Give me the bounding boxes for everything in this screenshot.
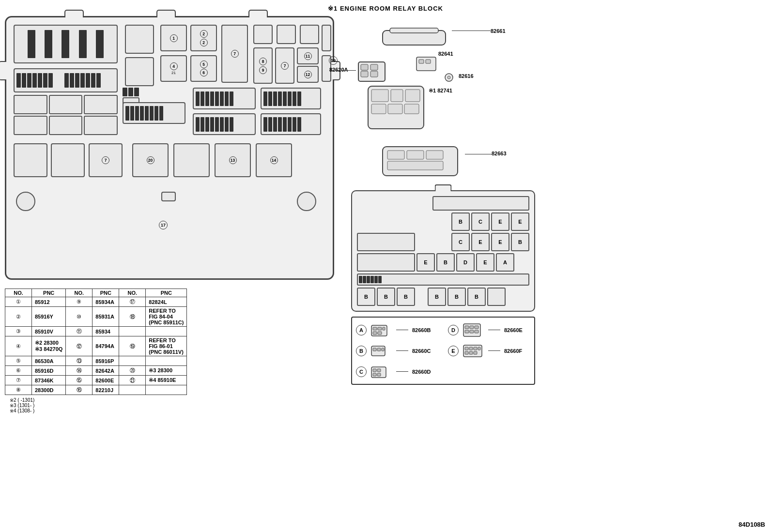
sub-slot-C2: C [451, 233, 470, 251]
sub-long-rect [432, 196, 529, 211]
svg-rect-50 [373, 369, 376, 372]
svg-rect-45 [478, 347, 480, 350]
relay-slot-small-2 [277, 25, 296, 44]
svg-rect-26 [378, 327, 382, 330]
label-82661: 82661 [491, 28, 506, 34]
table-cell-pnc: ※3 28300 [146, 366, 187, 376]
table-cell-pnc: 28300D [32, 385, 66, 395]
table-cell-no: ③ [5, 327, 32, 336]
right-fuse-strip-4 [261, 113, 321, 135]
svg-rect-28 [373, 332, 377, 334]
table-cell-no: ⑰ [119, 297, 146, 307]
note-item: ※2 ( -1301) [10, 397, 334, 403]
label-82616: 82616 [459, 73, 474, 79]
label-82741: ※1 82741 [429, 88, 452, 94]
mount-hole-center [161, 192, 176, 201]
table-cell-no: ① [5, 297, 32, 307]
table-cell-pnc [146, 385, 187, 395]
svg-rect-7 [416, 57, 436, 71]
relay-slot-7-large: 7 [221, 25, 248, 83]
svg-rect-20 [387, 151, 404, 159]
sub-slot-E5: E [416, 253, 435, 272]
bottom-box-7: 7 [89, 143, 123, 177]
svg-rect-16 [371, 104, 386, 114]
col-no2: NO. [66, 289, 93, 297]
table-cell-pnc [146, 327, 187, 336]
sub-diagram-inner: B C E E C E E B [357, 196, 529, 306]
legend-pnc-D: 82660E [504, 327, 523, 333]
part-82641: 82641 [414, 55, 443, 75]
sub-slot-D1: D [456, 253, 475, 272]
legend-pnc-C: 82660D [412, 369, 431, 375]
bottom-box-2 [51, 143, 85, 177]
svg-rect-39 [377, 348, 381, 351]
top-tab-right [248, 10, 268, 17]
svg-rect-32 [470, 326, 474, 329]
svg-rect-18 [404, 104, 419, 114]
sub-slot-E4: E [491, 233, 509, 251]
legend-grid: A 82660B [356, 321, 530, 380]
table-cell-pnc: 87346K [32, 376, 66, 385]
table-cell-pnc: 85916Y [32, 307, 66, 327]
bottom-box-20: 20 [132, 143, 169, 177]
sub-slot-B3: B [436, 253, 455, 272]
svg-rect-35 [470, 330, 474, 333]
svg-rect-44 [474, 347, 477, 350]
table-cell-no: ⑩ [66, 307, 93, 327]
legend-circle-A: A [356, 325, 367, 335]
fuse-bar-1 [28, 30, 35, 58]
svg-rect-4 [361, 71, 368, 77]
table-cell-no: ⑲ [119, 336, 146, 356]
sub-fuse-strip [357, 274, 529, 286]
mount-hole-right [297, 192, 316, 211]
connector-D-svg [463, 321, 484, 338]
part-main-block-svg [366, 84, 429, 132]
table-cell-no: ⑬ [66, 356, 93, 366]
part-82620A-svg [356, 60, 395, 86]
svg-rect-6 [370, 71, 378, 77]
svg-rect-31 [465, 326, 469, 329]
part-82616: 82616 [443, 72, 458, 85]
legend-pnc-B: 82660C [412, 348, 431, 354]
fuse-bar-4 [79, 30, 87, 58]
sub-slot-B9: B [467, 288, 486, 306]
table-row: ②85916Y⑩85931A⑱REFER TO FIG 84-04 (PNC 8… [5, 307, 187, 327]
mid-grid-left [14, 95, 118, 135]
exploded-parts-diagram: 82661 82620A [351, 16, 535, 185]
fuse-block-top-left [14, 25, 118, 63]
mount-hole-left [16, 192, 35, 211]
sub-slot-E3: E [471, 233, 490, 251]
part-82663-svg [380, 142, 463, 181]
table-cell-pnc: ※4 85910E [146, 376, 187, 385]
svg-rect-33 [475, 326, 478, 329]
svg-rect-15 [405, 90, 420, 102]
svg-rect-22 [426, 151, 443, 159]
relay-slot-blank-2 [125, 57, 154, 86]
connector-C-svg [370, 363, 392, 380]
notes-section: ※2 ( -1301)※3 (1301- )※4 (1308- ) [5, 397, 334, 413]
table-cell-no: ④ [5, 336, 32, 356]
sub-slot-E2: E [511, 213, 529, 231]
svg-rect-27 [383, 327, 385, 330]
fig-number: 84D108B [739, 521, 765, 528]
col-pnc3: PNC [146, 289, 187, 297]
label-82620A: 82620A [329, 67, 348, 73]
legend-circle-D: D [448, 325, 459, 335]
svg-rect-47 [469, 351, 473, 354]
svg-rect-1 [390, 28, 438, 33]
svg-rect-25 [373, 327, 377, 330]
sub-left-rect [357, 233, 415, 251]
fuse-bar-5 [96, 30, 104, 58]
part-82616-svg [443, 72, 458, 84]
legend-item-D: D 82660E [448, 321, 530, 338]
col-no3: NO. [119, 289, 146, 297]
bottom-box-14: 14 [256, 143, 292, 177]
table-cell-pnc [146, 356, 187, 366]
relay-slot-1: 1 [160, 25, 187, 51]
table-cell-pnc: 82210J [93, 385, 119, 395]
connector-E-svg [463, 342, 484, 359]
right-fuse-strip-2 [261, 88, 321, 109]
left-section: 1 2 2 3 18 4 21 [5, 16, 334, 413]
legend-circle-E: E [448, 346, 459, 356]
part-82641-svg [414, 55, 443, 74]
